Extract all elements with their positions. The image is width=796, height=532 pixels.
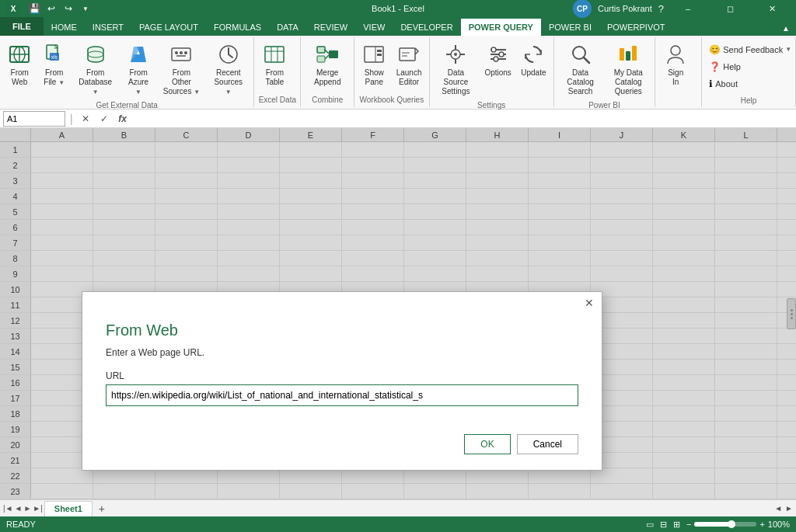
zoom-slider[interactable] [694, 522, 756, 527]
zoom-control: − + 100% [686, 520, 790, 529]
from-azure-button[interactable]: FromAzure ▼ [120, 39, 157, 99]
update-label: Update [521, 68, 546, 78]
help-icon[interactable]: ? [658, 3, 664, 15]
status-right: ▭ ⊟ ⊞ − + 100% [646, 520, 790, 530]
group-excel-data-content: FromTable [257, 39, 297, 94]
excel-logo-icon: X [6, 2, 20, 16]
svg-line-25 [325, 55, 329, 59]
group-get-external-data-label: Get External Data [3, 99, 250, 111]
group-help: 😊 Send Feedback ▼ ❓ Help ℹ About Help [702, 37, 796, 107]
ribbon-collapse-btn[interactable]: ▲ [776, 21, 796, 36]
formula-input[interactable] [134, 114, 793, 123]
tab-power-bi[interactable]: POWER BI [541, 19, 599, 36]
help-button[interactable]: ❓ Help [705, 59, 745, 75]
group-power-bi-content: Data CatalogSearch My DataCatalog Querie… [557, 39, 651, 99]
update-icon [521, 42, 546, 67]
sheet-tab-sheet1[interactable]: Sheet1 [44, 501, 93, 516]
name-box[interactable] [3, 111, 65, 127]
add-sheet-button[interactable]: + [94, 501, 110, 516]
group-get-external-data-content: FromWeb xls FromFile ▼ [3, 39, 250, 99]
svg-point-34 [454, 53, 457, 56]
user-avatar[interactable]: CP [573, 0, 592, 18]
my-data-catalog-queries-button[interactable]: My DataCatalog Queries [605, 39, 651, 99]
tab-review[interactable]: REVIEW [306, 19, 355, 36]
send-feedback-button[interactable]: 😊 Send Feedback ▼ [705, 42, 795, 57]
confirm-formula-btn[interactable]: ✓ [96, 113, 112, 124]
next-sheet-btn[interactable]: ► [23, 504, 31, 513]
svg-rect-49 [632, 46, 637, 61]
redo-quick-btn[interactable]: ↪ [61, 1, 76, 16]
recent-sources-button[interactable]: RecentSources ▼ [206, 39, 250, 99]
about-icon: ℹ [709, 78, 713, 89]
svg-point-13 [180, 51, 183, 54]
tab-home[interactable]: HOME [44, 19, 85, 36]
tab-insert[interactable]: INSERT [85, 19, 131, 36]
svg-point-50 [671, 46, 680, 55]
tab-formulas[interactable]: FORMULAS [206, 19, 269, 36]
user-name: Curtis Pokrant [598, 4, 652, 13]
url-input[interactable] [106, 384, 578, 406]
options-button[interactable]: Options [480, 39, 515, 81]
help-label: Help [723, 62, 741, 71]
url-label: URL [106, 370, 578, 381]
formula-bar: | ✕ ✓ fx [0, 110, 796, 128]
tab-file[interactable]: FILE [0, 17, 44, 36]
merge-append-label: Merge Append [309, 68, 346, 87]
sheet-nav-btns: |◄ ◄ ► ►| [3, 504, 43, 513]
about-button[interactable]: ℹ About [705, 76, 742, 92]
zoom-out-btn[interactable]: − [686, 520, 691, 529]
from-other-sources-button[interactable]: From OtherSources ▼ [159, 39, 205, 99]
ok-button[interactable]: OK [464, 434, 510, 454]
group-workbook-queries-label: Workbook Queries [358, 94, 426, 106]
scroll-right-btn[interactable]: ► [785, 504, 793, 513]
update-button[interactable]: Update [517, 39, 550, 81]
from-file-button[interactable]: xls FromFile ▼ [37, 39, 70, 90]
close-btn[interactable]: ✕ [754, 0, 790, 17]
tab-data[interactable]: DATA [269, 19, 306, 36]
svg-point-44 [494, 57, 498, 61]
first-sheet-btn[interactable]: |◄ [3, 504, 13, 513]
svg-text:xls: xls [51, 54, 58, 60]
tab-powerpivot[interactable]: POWERPIVOT [599, 19, 673, 36]
from-other-sources-label: From OtherSources ▼ [163, 68, 201, 96]
modal-close-button[interactable]: ✕ [581, 295, 597, 311]
data-catalog-search-label: Data CatalogSearch [562, 68, 599, 96]
group-workbook-queries: ShowPane LaunchEditor Workbook Queries [354, 37, 430, 107]
from-database-button[interactable]: FromDatabase ▼ [72, 39, 119, 99]
tab-developer[interactable]: DEVELOPER [393, 19, 460, 36]
show-pane-icon [361, 42, 386, 67]
from-web-button[interactable]: FromWeb [3, 39, 36, 90]
group-excel-data: FromTable Excel Data [254, 37, 301, 107]
tab-power-query[interactable]: POWER QUERY [461, 19, 541, 36]
page-layout-view-btn[interactable]: ⊟ [660, 520, 667, 530]
tab-view[interactable]: VIEW [355, 19, 393, 36]
sign-in-button[interactable]: SignIn [658, 39, 693, 90]
page-break-view-btn[interactable]: ⊞ [673, 520, 680, 530]
restore-btn[interactable]: ◻ [712, 0, 748, 17]
show-pane-button[interactable]: ShowPane [358, 39, 390, 90]
recent-sources-icon [216, 42, 241, 67]
minimize-btn[interactable]: – [670, 0, 706, 17]
prev-sheet-btn[interactable]: ◄ [15, 504, 23, 513]
save-quick-btn[interactable]: 💾 [26, 1, 42, 16]
data-source-settings-button[interactable]: Data SourceSettings [433, 39, 480, 99]
zoom-in-btn[interactable]: + [759, 520, 764, 529]
merge-append-button[interactable]: Merge Append [304, 39, 351, 90]
data-catalog-search-button[interactable]: Data CatalogSearch [557, 39, 604, 99]
group-help-label: Help [705, 95, 792, 106]
launch-editor-button[interactable]: LaunchEditor [392, 39, 425, 90]
cancel-formula-btn[interactable]: ✕ [78, 113, 93, 124]
customize-quick-btn[interactable]: ▼ [78, 1, 93, 16]
my-data-catalog-queries-label: My DataCatalog Queries [609, 68, 647, 96]
function-btn[interactable]: fx [115, 113, 131, 124]
tab-page-layout[interactable]: PAGE LAYOUT [131, 19, 206, 36]
normal-view-btn[interactable]: ▭ [646, 520, 654, 530]
cancel-button[interactable]: Cancel [517, 434, 578, 454]
status-ready: READY [6, 520, 36, 529]
zoom-level: 100% [768, 520, 790, 529]
from-table-button[interactable]: FromTable [257, 39, 292, 90]
undo-quick-btn[interactable]: ↩ [44, 1, 59, 16]
last-sheet-btn[interactable]: ►| [33, 504, 43, 513]
scroll-left-btn[interactable]: ◄ [774, 504, 782, 513]
from-table-label: FromTable [265, 68, 284, 87]
